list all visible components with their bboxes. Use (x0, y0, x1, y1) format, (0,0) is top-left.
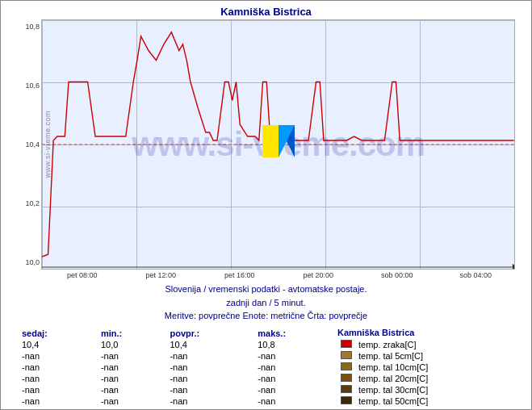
table-row: -nan-nan-nan-nan (17, 362, 337, 373)
col-povpr: povpr.: (165, 328, 253, 339)
chart-wrapper: 10,8 10,6 10,4 10,2 10,0 www.si-vreme.co… (17, 19, 515, 270)
col-sedaj: sedaj: (17, 328, 96, 339)
legend-label: temp. tal 30cm[C] (355, 384, 431, 395)
y-label-3: 10,2 (17, 199, 40, 207)
legend-item: temp. tal 5cm[C] (337, 350, 431, 362)
legend-item: temp. tal 50cm[C] (337, 395, 431, 407)
legend-container: Kamniška Bistrica temp. zraka[C]temp. ta… (337, 328, 515, 407)
cell-maks-1: -nan (253, 350, 337, 362)
description: Slovenija / vremenski podatki - avtomats… (1, 282, 531, 323)
cell-sedaj-5: -nan (17, 395, 96, 407)
legend-item: temp. zraka[C] (337, 339, 431, 350)
legend-label: temp. zraka[C] (355, 339, 431, 350)
cell-min-4: -nan (96, 384, 165, 395)
cell-min-2: -nan (96, 362, 165, 373)
cell-sedaj-2: -nan (17, 362, 96, 373)
x-label-2: pet 16:00 (200, 271, 279, 279)
y-label-0: 10,8 (17, 23, 40, 31)
y-label-4: 10,0 (17, 258, 40, 266)
svg-marker-5 (513, 264, 514, 269)
cell-min-5: -nan (96, 395, 165, 407)
legend-color-box (341, 340, 352, 348)
y-label-2: 10,4 (17, 140, 40, 149)
x-label-4: sob 00:00 (358, 271, 437, 279)
svg-rect-0 (262, 125, 279, 157)
data-table-section: sedaj: min.: povpr.: maks.: 10,410,010,4… (17, 328, 515, 407)
legend-color-cell (337, 373, 355, 384)
logo-icon (262, 125, 295, 157)
x-label-3: pet 20:00 (279, 271, 358, 279)
col-maks: maks.: (253, 328, 337, 339)
table-row: -nan-nan-nan-nan (17, 350, 337, 362)
legend-table: temp. zraka[C]temp. tal 5cm[C]temp. tal … (337, 339, 431, 407)
cell-povpr-3: -nan (165, 373, 253, 384)
table-row: -nan-nan-nan-nan (17, 395, 337, 407)
cell-sedaj-3: -nan (17, 373, 96, 384)
x-label-0: pet 08:00 (43, 271, 122, 279)
cell-maks-4: -nan (253, 384, 337, 395)
legend-color-cell (337, 395, 355, 407)
legend-item: temp. tal 30cm[C] (337, 384, 431, 395)
stats-table-container: sedaj: min.: povpr.: maks.: 10,410,010,4… (17, 328, 337, 407)
legend-color-box (341, 396, 352, 404)
legend-label: temp. tal 20cm[C] (355, 373, 431, 384)
desc-line3: Meritve: povprečne Enote: metrične Črta:… (1, 309, 531, 323)
legend-color-box (341, 374, 352, 382)
col-min: min.: (96, 328, 165, 339)
legend-color-cell (337, 384, 355, 395)
legend-color-cell (337, 350, 355, 362)
cell-min-0: 10,0 (96, 339, 165, 350)
cell-min-3: -nan (96, 373, 165, 384)
cell-sedaj-4: -nan (17, 384, 96, 395)
grid-v-5 (514, 20, 515, 269)
cell-sedaj-1: -nan (17, 350, 96, 362)
x-label-5: sob 04:00 (437, 271, 516, 279)
legend-label: temp. tal 10cm[C] (355, 362, 431, 373)
main-container: Kamniška Bistrica 10,8 10,6 10,4 10,2 10… (0, 0, 532, 410)
chart-area: www.si-vreme.com www.si-vreme.com (41, 19, 515, 270)
legend-color-cell (337, 362, 355, 373)
legend-color-cell (337, 339, 355, 350)
legend-color-box (341, 362, 352, 370)
legend-label: temp. tal 50cm[C] (355, 395, 431, 407)
table-row: -nan-nan-nan-nan (17, 384, 337, 395)
grid-h-4 (42, 269, 514, 270)
table-row: 10,410,010,410,8 (17, 339, 337, 350)
cell-maks-0: 10,8 (253, 339, 337, 350)
x-label-1: pet 12:00 (122, 271, 201, 279)
chart-title: Kamniška Bistrica (1, 1, 531, 19)
stats-table: sedaj: min.: povpr.: maks.: 10,410,010,4… (17, 328, 337, 407)
cell-povpr-2: -nan (165, 362, 253, 373)
cell-maks-3: -nan (253, 373, 337, 384)
cell-povpr-1: -nan (165, 350, 253, 362)
cell-min-1: -nan (96, 350, 165, 362)
legend-color-box (341, 385, 352, 393)
cell-povpr-5: -nan (165, 395, 253, 407)
cell-povpr-4: -nan (165, 384, 253, 395)
legend-item: temp. tal 10cm[C] (337, 362, 431, 373)
desc-line2: zadnji dan / 5 minut. (1, 296, 531, 310)
cell-povpr-0: 10,4 (165, 339, 253, 350)
cell-sedaj-0: 10,4 (17, 339, 96, 350)
cell-maks-5: -nan (253, 395, 337, 407)
legend-item: temp. tal 20cm[C] (337, 373, 431, 384)
station-name: Kamniška Bistrica (337, 328, 515, 337)
x-axis-labels: pet 08:00 pet 12:00 pet 16:00 pet 20:00 … (43, 271, 515, 279)
legend-label: temp. tal 5cm[C] (355, 350, 431, 362)
table-row: -nan-nan-nan-nan (17, 373, 337, 384)
legend-color-box (341, 351, 352, 359)
desc-line1: Slovenija / vremenski podatki - avtomats… (1, 282, 531, 296)
cell-maks-2: -nan (253, 362, 337, 373)
y-label-1: 10,6 (17, 82, 40, 90)
